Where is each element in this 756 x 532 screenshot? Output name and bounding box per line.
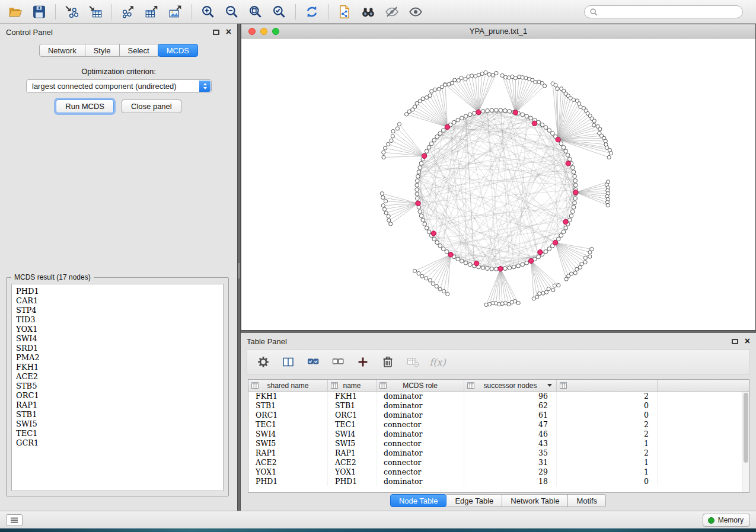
table-cell[interactable]: SWI5: [248, 439, 328, 448]
share-document-button[interactable]: [333, 2, 356, 21]
function-builder-button[interactable]: f(x): [429, 353, 446, 371]
show-columns-button[interactable]: [279, 353, 297, 371]
table-cell[interactable]: TEC1: [248, 420, 328, 430]
table-cell[interactable]: ORC1: [248, 411, 328, 420]
table-row[interactable]: PHD1PHD1dominator180: [248, 477, 749, 486]
table-cell[interactable]: [658, 430, 749, 439]
table-cell[interactable]: connector: [377, 420, 464, 430]
table-cell[interactable]: STB1: [248, 401, 328, 411]
criterion-select[interactable]: largest connected component (undirected): [26, 79, 212, 93]
close-panel-icon[interactable]: ×: [226, 27, 231, 37]
table-row[interactable]: SWI5SWI5connector431: [248, 439, 749, 448]
table-cell[interactable]: 0: [557, 401, 658, 411]
table-cell[interactable]: [658, 392, 749, 401]
table-cell[interactable]: connector: [377, 467, 464, 477]
mcds-result-item[interactable]: ORC1: [16, 391, 223, 400]
zoom-selected-button[interactable]: [267, 2, 291, 21]
table-cell[interactable]: PHD1: [248, 477, 328, 486]
memory-button[interactable]: Memory: [703, 514, 750, 527]
table-cell[interactable]: dominator: [377, 411, 464, 420]
table-cell[interactable]: RAP1: [328, 448, 377, 458]
mcds-result-item[interactable]: STB5: [16, 382, 223, 391]
binoculars-button[interactable]: [356, 2, 380, 21]
close-panel-icon[interactable]: ×: [745, 336, 750, 346]
table-cell[interactable]: connector: [377, 458, 464, 467]
mcds-result-item[interactable]: STB1: [16, 410, 223, 419]
table-cell[interactable]: 47: [464, 420, 557, 430]
select-all-button[interactable]: [304, 353, 322, 371]
export-network-button[interactable]: [116, 2, 140, 21]
tab-network-table[interactable]: Network Table: [502, 494, 568, 507]
zoom-in-button[interactable]: [196, 2, 220, 21]
tab-style[interactable]: Style: [85, 44, 120, 57]
close-panel-button[interactable]: Close panel: [122, 100, 181, 113]
table-cell[interactable]: SWI4: [248, 430, 328, 439]
table-cell[interactable]: [658, 439, 749, 448]
tab-node-table[interactable]: Node Table: [390, 494, 447, 507]
network-window-titlebar[interactable]: YPA_prune.txt_1: [241, 24, 755, 39]
float-window-icon[interactable]: [732, 339, 738, 344]
mcds-result-item[interactable]: PMA2: [16, 353, 223, 363]
table-cell[interactable]: 62: [464, 401, 557, 411]
table-row[interactable]: ORC1ORC1dominator610: [248, 411, 749, 420]
table-row[interactable]: SWI4SWI4dominator462: [248, 430, 749, 439]
table-cell[interactable]: FKH1: [328, 392, 377, 401]
tab-edge-table[interactable]: Edge Table: [446, 494, 502, 507]
clear-table-button[interactable]: [404, 353, 422, 371]
delete-row-button[interactable]: [379, 353, 397, 371]
export-image-button[interactable]: [164, 2, 187, 21]
scrollbar-thumb[interactable]: [744, 393, 748, 463]
mcds-result-item[interactable]: CAR1: [16, 296, 223, 306]
table-cell[interactable]: [658, 401, 749, 411]
table-cell[interactable]: [658, 420, 749, 430]
mcds-result-item[interactable]: SWI4: [16, 334, 223, 344]
show-detail-button[interactable]: [404, 2, 428, 21]
table-cell[interactable]: 31: [464, 458, 557, 467]
table-cell[interactable]: [658, 467, 749, 477]
table-cell[interactable]: dominator: [377, 392, 464, 401]
table-cell[interactable]: [658, 477, 749, 486]
zoom-fit-button[interactable]: [244, 2, 267, 21]
table-cell[interactable]: 2: [557, 448, 658, 458]
tab-network[interactable]: Network: [39, 44, 85, 57]
table-cell[interactable]: 43: [464, 439, 557, 448]
minimize-window-icon[interactable]: [260, 28, 267, 35]
maximize-window-icon[interactable]: [272, 28, 279, 35]
table-cell[interactable]: dominator: [377, 477, 464, 486]
column-header-mcds-role[interactable]: MCDS role: [377, 380, 464, 391]
table-cell[interactable]: 2: [557, 420, 658, 430]
table-cell[interactable]: 46: [464, 430, 557, 439]
search-input[interactable]: [601, 8, 737, 16]
import-table-button[interactable]: [84, 2, 107, 21]
table-cell[interactable]: ORC1: [328, 411, 377, 420]
mcds-result-item[interactable]: TEC1: [16, 429, 223, 438]
table-cell[interactable]: ACE2: [328, 458, 377, 467]
mcds-result-item[interactable]: RAP1: [16, 400, 223, 410]
save-session-button[interactable]: [27, 2, 51, 21]
tab-select[interactable]: Select: [120, 44, 158, 57]
mcds-result-item[interactable]: PHD1: [16, 287, 223, 296]
table-cell[interactable]: YOX1: [328, 467, 377, 477]
table-cell[interactable]: 1: [557, 458, 658, 467]
run-mcds-button[interactable]: Run MCDS: [56, 100, 114, 113]
table-cell[interactable]: 2: [557, 392, 658, 401]
table-cell[interactable]: FKH1: [248, 392, 328, 401]
zoom-out-button[interactable]: [220, 2, 244, 21]
column-header-predecessor-nodes[interactable]: [557, 380, 658, 391]
table-cell[interactable]: 35: [464, 448, 557, 458]
table-cell[interactable]: PHD1: [328, 477, 377, 486]
table-cell[interactable]: dominator: [377, 448, 464, 458]
table-cell[interactable]: [658, 458, 749, 467]
close-window-icon[interactable]: [248, 28, 256, 35]
table-cell[interactable]: 0: [557, 477, 658, 486]
mcds-result-item[interactable]: YOX1: [16, 325, 223, 334]
table-cell[interactable]: 0: [557, 411, 658, 420]
table-cell[interactable]: connector: [377, 439, 464, 448]
float-window-icon[interactable]: [213, 30, 219, 35]
mcds-result-item[interactable]: SRD1: [16, 344, 223, 353]
tab-mcds[interactable]: MCDS: [158, 44, 198, 57]
mcds-result-item[interactable]: ACE2: [16, 372, 223, 382]
table-cell[interactable]: [658, 448, 749, 458]
table-cell[interactable]: YOX1: [248, 467, 328, 477]
table-scrollbar[interactable]: [742, 392, 749, 492]
